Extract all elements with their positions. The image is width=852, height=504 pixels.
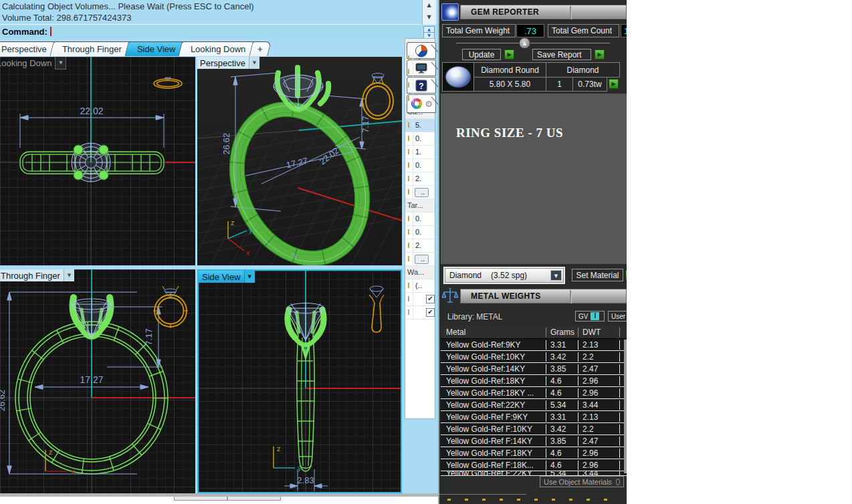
total-gem-weight-label: Total Gem Weight (442, 24, 516, 37)
viewport-grid: 22.02 (0, 56, 405, 493)
viewport-title-perspective[interactable]: Perspective (197, 57, 259, 69)
command-spinner[interactable] (423, 26, 434, 37)
chevron-down-icon[interactable] (244, 271, 255, 283)
gem-thumbnail-cell[interactable] (442, 62, 474, 92)
property-key (405, 119, 413, 132)
svg-text:?: ? (419, 81, 423, 90)
checkbox-checked-icon[interactable] (426, 308, 435, 317)
metal-table-body: Yellow Gold-Ref:9KY 3.31 2.13 Yellow Gol… (441, 339, 627, 476)
property-key (405, 146, 413, 158)
save-report-button[interactable]: Save Report (532, 49, 591, 60)
metal-table-row[interactable]: Yellow Gold-Ref:14KY 3.85 2.47 (441, 363, 627, 375)
radio-icon[interactable] (616, 479, 620, 485)
gem-count-cell: 1 (546, 77, 573, 92)
ghost-thumbnail (362, 74, 393, 120)
gv-toggle[interactable]: GV I (575, 311, 605, 322)
viewport-through-finger[interactable]: 26.62 7.17 17.27 z x (0, 269, 195, 493)
property-row[interactable] (405, 306, 435, 320)
property-key (405, 66, 413, 78)
collapse-handle[interactable] (519, 37, 530, 49)
metal-table-row[interactable]: Yellow Gold-Ref:10KY 3.42 2.2 (441, 351, 627, 363)
viewport-title-looking-down[interactable]: Looking Down (0, 57, 66, 69)
metal-table-row[interactable]: Yellow Gold-Ref F:22KY 5.34 3.44 (441, 471, 627, 476)
checkbox-checked-icon[interactable] (426, 295, 435, 303)
dimension-22-02 (20, 114, 164, 148)
property-row[interactable]: .. (405, 186, 435, 199)
total-gem-weight-value: .73 (516, 24, 544, 37)
set-material-go-button[interactable] (625, 270, 627, 280)
property-row[interactable]: .. (405, 253, 435, 266)
command-history-area[interactable]: Calculating Object Volumes... Please Wai… (0, 0, 438, 38)
update-go-button[interactable] (504, 49, 514, 59)
ghost-thumbnail (154, 78, 182, 88)
x-axis-line (298, 188, 402, 221)
metal-table-row[interactable]: Yellow Gold-Ref:22KY 5.34 3.44 (441, 399, 627, 411)
metal-table-row[interactable]: Yellow Gold-Ref F:14KY 3.85 2.47 (441, 435, 627, 447)
property-key (405, 52, 413, 65)
property-key (405, 253, 413, 265)
bottom-edge-fragments (174, 497, 281, 501)
property-key (405, 213, 413, 225)
gem-reporter-header[interactable]: GEM REPORTER (460, 5, 627, 19)
property-row[interactable]: 0. (405, 159, 435, 172)
property-row[interactable]: (.. (405, 279, 435, 293)
metal-table-row[interactable]: Yellow Gold-Ref F:18KY 4.6 2.96 (441, 447, 627, 459)
property-row[interactable]: Wa... (405, 266, 435, 279)
viewport-perspective[interactable]: 26.62 7.17 17.27 22.02 2.. (197, 57, 402, 265)
panel-scrollbar[interactable] (624, 340, 627, 473)
axis-z-label: z (49, 448, 53, 456)
property-row[interactable]: 2. (405, 172, 435, 186)
viewport-title-side-view[interactable]: Side View (199, 271, 255, 283)
viewport-looking-down[interactable]: 22.02 (0, 57, 195, 265)
scroll-up-icon[interactable] (424, 1, 434, 9)
viewport-tab[interactable]: Looking Down (179, 41, 259, 56)
property-row[interactable]: 2. (405, 239, 435, 253)
metal-table-row[interactable]: Yellow Gold-Ref:9KY 3.31 2.13 (441, 339, 627, 351)
scroll-down-icon[interactable] (424, 13, 434, 21)
property-value: 2. (413, 172, 435, 185)
material-spg: (3.52 spg) (491, 271, 527, 280)
command-input[interactable]: Command: (0, 25, 421, 38)
use-object-materials-option[interactable]: Use Object Materials (540, 476, 624, 487)
command-scrollbar[interactable] (422, 0, 436, 25)
save-report-go-button[interactable] (595, 49, 605, 59)
dim-label: 26.62 (0, 390, 7, 412)
metal-weights-header[interactable]: METAL WEIGHTS (460, 289, 627, 303)
property-key (405, 306, 413, 319)
update-button[interactable]: Update (462, 49, 501, 60)
property-key (405, 239, 413, 252)
gem-weight-cell: 0.73tw (572, 77, 607, 92)
property-key (405, 293, 413, 305)
chevron-down-icon[interactable] (55, 57, 66, 70)
user-toggle[interactable]: User (608, 311, 627, 322)
property-row[interactable]: 0. (405, 132, 435, 146)
set-material-button[interactable]: Set Material (572, 269, 623, 281)
viewport-title-through-finger[interactable]: Through Finger (0, 269, 74, 281)
metal-table-row[interactable]: Yellow Gold-Ref F:18K... 4.6 2.96 (441, 459, 627, 471)
viewport-side-view[interactable]: 2.83 z y Side View (197, 269, 402, 493)
axis-x-label: x (71, 467, 75, 475)
chevron-down-icon[interactable] (64, 269, 74, 281)
property-row[interactable]: 0. (405, 226, 435, 239)
material-dropdown[interactable]: Diamond (3.52 spg) (445, 268, 564, 283)
metal-table-row[interactable]: Yellow Gold-Ref:18KY 4.6 2.96 (441, 375, 627, 387)
gem-size-cell: 5.80 X 5.80 (473, 77, 546, 92)
gem-row-go-button[interactable] (609, 79, 619, 89)
dropdown-arrow-icon[interactable] (550, 270, 562, 281)
axis-y-label: y (298, 464, 302, 472)
property-row[interactable]: Tar... (405, 199, 435, 213)
property-row[interactable]: 5. (405, 119, 435, 132)
total-gem-count-label: Total Gem Count (548, 24, 619, 37)
viewport-tab[interactable]: Through Finger (49, 41, 134, 56)
dim-label: 17.27 (80, 374, 103, 385)
chevron-down-icon[interactable] (249, 57, 259, 69)
metal-table-row[interactable]: Yellow Gold-Ref:18KY ... 4.6 2.96 (441, 387, 627, 399)
metal-table-row[interactable]: Yellow Gold-Ref F:9KY 3.31 2.13 (441, 411, 627, 423)
property-key (405, 92, 413, 105)
metal-table-row[interactable]: Yellow Gold-Ref F:10KY 3.42 2.2 (441, 423, 627, 435)
viewport-tab[interactable]: + (249, 41, 271, 56)
property-row[interactable]: 0. (405, 213, 435, 226)
property-row[interactable] (405, 293, 435, 306)
property-row[interactable]: 1. (405, 146, 435, 159)
command-history-line: Calculating Object Volumes... Please Wai… (2, 1, 254, 11)
